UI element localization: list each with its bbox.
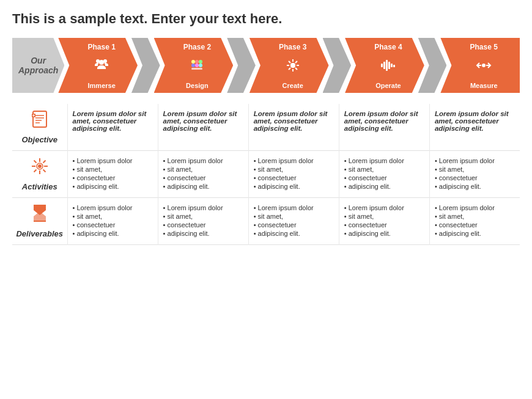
svg-line-35 bbox=[34, 170, 36, 172]
deliverables-icon bbox=[16, 204, 64, 227]
phase-2-label: Design bbox=[186, 82, 209, 89]
svg-rect-14 bbox=[386, 60, 388, 71]
objective-cell-3: Lorem ipsum dolor sit amet, consectetuer… bbox=[248, 104, 339, 151]
svg-line-32 bbox=[34, 161, 36, 163]
objective-label: Objective bbox=[21, 135, 57, 144]
deliverables-cell-1: Lorem ipsum dolor sit amet, consectetuer… bbox=[67, 198, 158, 245]
phase-2-arrow: Phase 2 Design bbox=[154, 38, 234, 93]
svg-rect-9 bbox=[191, 68, 202, 70]
phase-1-title: Phase 1 bbox=[87, 43, 115, 51]
activities-header: Activities bbox=[12, 151, 67, 198]
svg-rect-19 bbox=[33, 111, 46, 127]
svg-line-34 bbox=[43, 161, 45, 163]
svg-point-7 bbox=[195, 64, 199, 67]
activities-row: Activities Lorem ipsum dolor sit amet, c… bbox=[12, 151, 520, 198]
phase-4-icon bbox=[380, 57, 397, 76]
deliverables-label: Deliverables bbox=[16, 229, 63, 238]
svg-rect-15 bbox=[388, 62, 390, 69]
phase-3-icon bbox=[284, 57, 301, 76]
activities-cell-1: Lorem ipsum dolor sit amet, consectetuer… bbox=[67, 151, 158, 198]
activities-cell-5: Lorem ipsum dolor sit amet, consectetuer… bbox=[429, 151, 520, 198]
svg-point-5 bbox=[199, 60, 202, 64]
phase-5-arrow: Phase 5 Measure bbox=[440, 38, 520, 93]
svg-point-36 bbox=[38, 164, 42, 168]
phase-2-title: Phase 2 bbox=[183, 43, 211, 51]
activities-cell-2: Lorem ipsum dolor sit amet, consectetuer… bbox=[158, 151, 248, 198]
objective-cell-5: Lorem ipsum dolor sit amet, consectetuer… bbox=[429, 104, 520, 151]
svg-rect-17 bbox=[393, 65, 395, 67]
activities-cell-3: Lorem ipsum dolor sit amet, consectetuer… bbox=[248, 151, 339, 198]
svg-rect-12 bbox=[381, 64, 383, 67]
deliverables-cell-4: Lorem ipsum dolor sit amet, consectetuer… bbox=[339, 198, 429, 245]
phase-1-icon bbox=[93, 57, 110, 76]
objective-header: Objective bbox=[12, 104, 67, 151]
deliverables-cell-3: Lorem ipsum dolor sit amet, consectetuer… bbox=[248, 198, 339, 245]
svg-rect-16 bbox=[391, 64, 393, 67]
objective-cell-2: Lorem ipsum dolor sit amet, consectetuer… bbox=[158, 104, 248, 151]
svg-point-4 bbox=[195, 60, 199, 64]
arrow-banner: OurApproach Phase 1 Immerse Phase 2 bbox=[12, 38, 520, 93]
deliverables-header: Deliverables bbox=[12, 198, 67, 245]
phase-3-arrow: Phase 3 Create bbox=[249, 38, 329, 93]
phase-3-label: Create bbox=[283, 82, 303, 89]
phase-4-title: Phase 4 bbox=[374, 43, 402, 51]
svg-line-33 bbox=[43, 170, 45, 172]
svg-point-6 bbox=[191, 64, 195, 67]
svg-point-2 bbox=[103, 59, 107, 63]
deliverables-cell-5: Lorem ipsum dolor sit amet, consectetuer… bbox=[429, 198, 520, 245]
phase-2-icon bbox=[188, 57, 205, 76]
phase-5-label: Measure bbox=[470, 82, 498, 89]
phase-4-arrow: Phase 4 Operate bbox=[345, 38, 424, 93]
svg-point-8 bbox=[199, 64, 202, 67]
activities-label: Activities bbox=[22, 182, 57, 191]
content-table: Objective Lorem ipsum dolor sit amet, co… bbox=[12, 104, 520, 245]
deliverables-cell-2: Lorem ipsum dolor sit amet, consectetuer… bbox=[158, 198, 248, 245]
phase-4-label: Operate bbox=[375, 82, 401, 89]
svg-point-18 bbox=[482, 64, 486, 67]
objective-row: Objective Lorem ipsum dolor sit amet, co… bbox=[12, 104, 520, 151]
svg-point-3 bbox=[191, 60, 195, 64]
phase-3-title: Phase 3 bbox=[279, 43, 306, 51]
svg-point-0 bbox=[99, 60, 104, 65]
phase-5-title: Phase 5 bbox=[470, 43, 498, 51]
svg-rect-13 bbox=[383, 62, 385, 69]
activities-cell-4: Lorem ipsum dolor sit amet, consectetuer… bbox=[339, 151, 429, 198]
page-title: This is a sample text. Enter your text h… bbox=[12, 11, 520, 27]
objective-icon bbox=[16, 110, 64, 133]
deliverables-row: Deliverables Lorem ipsum dolor sit amet,… bbox=[12, 198, 520, 245]
phase-1-arrow: Phase 1 Immerse bbox=[58, 38, 138, 93]
activities-icon bbox=[16, 157, 64, 180]
phase-1-label: Immerse bbox=[88, 82, 116, 89]
svg-point-1 bbox=[96, 59, 100, 63]
phase-5-icon bbox=[475, 57, 492, 76]
approach-label: OurApproach bbox=[12, 38, 64, 93]
objective-cell-4: Lorem ipsum dolor sit amet, consectetuer… bbox=[339, 104, 429, 151]
objective-cell-1: Lorem ipsum dolor sit amet, consectetuer… bbox=[67, 104, 158, 151]
